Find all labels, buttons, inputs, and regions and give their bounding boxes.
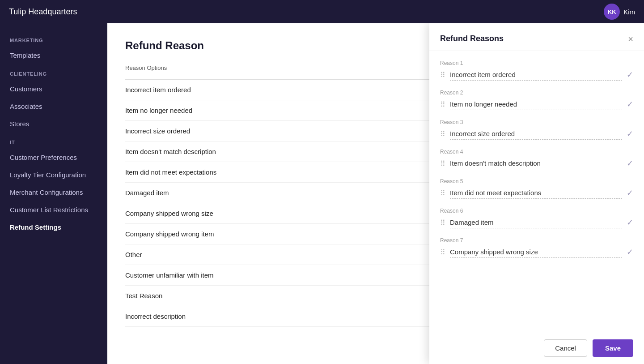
sidebar: MARKETINGTemplatesCLIENTELINGCustomersAs… [0, 23, 107, 364]
sidebar-section-label: CLIENTELING [0, 64, 107, 80]
reason-label: Reason 7 [440, 237, 633, 244]
reason-input-row: ⠿ ✓ [440, 98, 633, 110]
reason-item: Reason 7 ⠿ ✓ [440, 237, 633, 258]
user-name: Kim [623, 8, 635, 16]
avatar: KK [604, 4, 620, 20]
reason-item: Reason 3 ⠿ ✓ [440, 119, 633, 140]
check-icon: ✓ [627, 129, 633, 139]
save-button[interactable]: Save [593, 339, 633, 357]
sidebar-item-customers[interactable]: Customers [0, 80, 107, 98]
reason-label: Reason 6 [440, 208, 633, 214]
drag-handle-icon[interactable]: ⠿ [440, 248, 445, 257]
reason-item: Reason 4 ⠿ ✓ [440, 149, 633, 169]
drag-handle-icon[interactable]: ⠿ [440, 218, 445, 227]
panel-title: Refund Reasons [440, 34, 504, 43]
sidebar-item-associates[interactable]: Associates [0, 98, 107, 115]
drag-handle-icon[interactable]: ⠿ [440, 159, 445, 168]
reason-input-field[interactable] [450, 128, 622, 140]
reason-input-field[interactable] [450, 98, 622, 110]
reason-item: Reason 5 ⠿ ✓ [440, 178, 633, 199]
reason-input-field[interactable] [450, 187, 622, 199]
sidebar-item-stores[interactable]: Stores [0, 115, 107, 133]
reason-label: Reason 4 [440, 149, 633, 155]
reason-item: Reason 1 ⠿ ✓ [440, 60, 633, 81]
reason-input-row: ⠿ ✓ [440, 217, 633, 228]
reason-input-row: ⠿ ✓ [440, 187, 633, 199]
reason-input-row: ⠿ ✓ [440, 69, 633, 81]
reason-input-row: ⠿ ✓ [440, 158, 633, 169]
reason-input-field[interactable] [450, 246, 622, 258]
reason-label: Reason 1 [440, 60, 633, 66]
reason-item: Reason 2 ⠿ ✓ [440, 90, 633, 110]
drag-handle-icon[interactable]: ⠿ [440, 71, 445, 79]
reason-input-field[interactable] [450, 158, 622, 169]
drag-handle-icon[interactable]: ⠿ [440, 100, 445, 109]
top-nav: Tulip Headquarters KK Kim [0, 0, 644, 23]
main-content: Refund Reason Reason Options Status Inco… [107, 23, 644, 364]
sidebar-item-templates[interactable]: Templates [0, 47, 107, 64]
sidebar-item-loyalty-tier[interactable]: Loyalty Tier Configuration [0, 166, 107, 184]
panel-header: Refund Reasons × [429, 23, 644, 51]
check-icon: ✓ [627, 218, 633, 227]
drag-handle-icon[interactable]: ⠿ [440, 130, 445, 138]
reason-input-field[interactable] [450, 69, 622, 81]
sidebar-section-label: IT [0, 133, 107, 149]
check-icon: ✓ [627, 158, 633, 168]
sidebar-item-customer-list[interactable]: Customer List Restrictions [0, 201, 107, 218]
user-profile[interactable]: KK Kim [604, 4, 635, 20]
refund-reasons-panel: Refund Reasons × Reason 1 ⠿ ✓ Reason 2 ⠿… [429, 23, 644, 364]
check-icon: ✓ [627, 188, 633, 198]
panel-body: Reason 1 ⠿ ✓ Reason 2 ⠿ ✓ Reason 3 ⠿ ✓ R… [429, 51, 644, 332]
reason-input-row: ⠿ ✓ [440, 246, 633, 258]
sidebar-item-customer-preferences[interactable]: Customer Preferences [0, 149, 107, 166]
sidebar-section-label: MARKETING [0, 30, 107, 47]
reason-label: Reason 2 [440, 90, 633, 96]
close-panel-button[interactable]: × [628, 34, 633, 43]
reason-label: Reason 5 [440, 178, 633, 184]
sidebar-item-refund-settings[interactable]: Refund Settings [0, 218, 107, 236]
reason-label: Reason 3 [440, 119, 633, 125]
drag-handle-icon[interactable]: ⠿ [440, 189, 445, 197]
panel-footer: Cancel Save [429, 332, 644, 364]
app-title: Tulip Headquarters [9, 7, 77, 17]
reason-input-field[interactable] [450, 217, 622, 228]
cancel-button[interactable]: Cancel [544, 339, 587, 357]
check-icon: ✓ [627, 247, 633, 257]
check-icon: ✓ [627, 70, 633, 80]
reason-item: Reason 6 ⠿ ✓ [440, 208, 633, 228]
check-icon: ✓ [627, 99, 633, 109]
sidebar-item-merchant-config[interactable]: Merchant Configurations [0, 184, 107, 201]
reason-input-row: ⠿ ✓ [440, 128, 633, 140]
